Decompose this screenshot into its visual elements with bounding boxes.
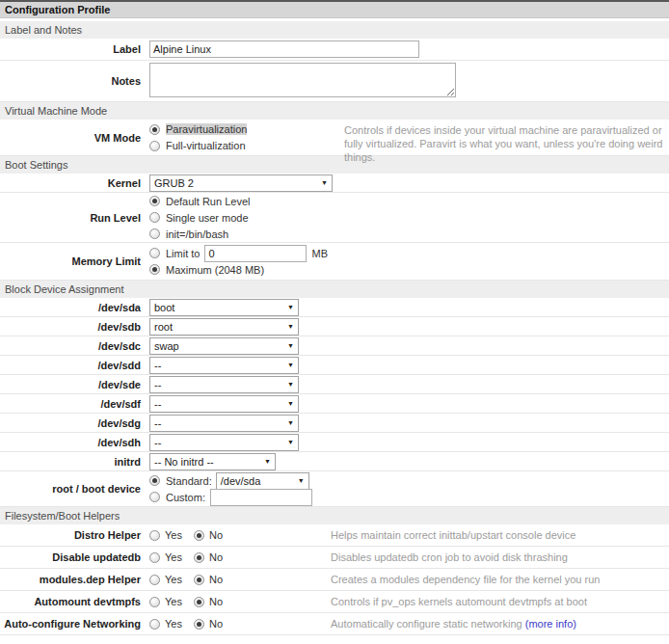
memory-limit-input[interactable] (204, 245, 307, 262)
custom-root-input[interactable] (210, 489, 312, 506)
dev-sda-select-value: boot (154, 302, 174, 313)
initrd-select[interactable]: -- No initrd -- ▼ (149, 453, 276, 470)
automount-devtmpfs-no-radio[interactable] (194, 597, 204, 607)
section-virtual-machine-mode: Virtual Machine Mode (0, 102, 669, 120)
full-virtualization-radio-label[interactable]: Full-virtualization (166, 140, 246, 151)
auto-configure-networking-yes-label[interactable]: Yes (165, 618, 182, 630)
auto-configure-networking-no-radio[interactable] (194, 619, 204, 630)
chevron-down-icon: ▼ (287, 439, 294, 445)
label-input[interactable] (149, 40, 419, 58)
dev-sdf-label: /dev/sdf (0, 398, 145, 410)
auto-configure-networking-no-label[interactable]: No (209, 618, 223, 630)
run-level-row: Run Level Default Run Level Single user … (0, 193, 669, 243)
notes-row: Notes (0, 61, 669, 102)
kernel-select[interactable]: GRUB 2 ▼ (149, 174, 333, 192)
distro-helper-label: Distro Helper (0, 529, 145, 541)
full-virtualization-radio[interactable] (149, 141, 160, 151)
dev-sdh-select[interactable]: -- ▼ (149, 434, 299, 451)
disable-updatedb-label: Disable updatedb (0, 551, 145, 563)
disable-updatedb-row: Disable updatedb Yes No Disables updated… (0, 547, 669, 569)
modules-dep-helper-label: modules.dep Helper (0, 574, 145, 585)
dev-sdd-select[interactable]: -- ▼ (149, 357, 299, 374)
dev-sdg-select[interactable]: -- ▼ (149, 415, 299, 432)
modules-dep-yes-radio[interactable] (149, 575, 160, 585)
automount-devtmpfs-yes-radio[interactable] (149, 597, 160, 607)
chevron-down-icon: ▼ (298, 477, 305, 484)
more-info-link[interactable]: (more info) (525, 618, 576, 630)
init-bin-bash-radio-label[interactable]: init=/bin/bash (166, 228, 228, 240)
auto-configure-networking-yes-radio[interactable] (149, 619, 160, 630)
init-bin-bash-radio[interactable] (149, 228, 160, 239)
dev-sdc-select[interactable]: swap ▼ (149, 337, 299, 355)
dev-sdg-label: /dev/sdg (0, 417, 145, 429)
kernel-select-value: GRUB 2 (154, 177, 194, 189)
section-label-and-notes: Label and Notes (0, 21, 669, 39)
single-user-mode-radio[interactable] (149, 212, 160, 223)
distro-helper-yes-label[interactable]: Yes (165, 529, 182, 541)
vm-mode-row: VM Mode Paravirtualization Full-virtuali… (0, 120, 669, 156)
memory-limit-row: Memory Limit Limit to MB Maximum (2048 M… (0, 243, 669, 281)
paravirtualization-radio-label[interactable]: Paravirtualization (166, 123, 247, 135)
dev-sdh-select-value: -- (154, 437, 161, 448)
disable-updatedb-no-label[interactable]: No (209, 551, 223, 563)
dev-sdc-label: /dev/sdc (0, 340, 145, 352)
maximum-memory-radio-label[interactable]: Maximum (2048 MB) (166, 264, 264, 276)
dev-sdb-select-value: root (154, 321, 173, 333)
dev-sdf-select-value: -- (154, 398, 161, 410)
chevron-down-icon: ▼ (321, 179, 328, 186)
chevron-down-icon: ▼ (264, 458, 271, 465)
standard-root-select[interactable]: /dev/sda ▼ (216, 472, 309, 490)
default-run-level-radio[interactable] (149, 196, 160, 206)
dev-sdg-row: /dev/sdg -- ▼ (0, 414, 669, 433)
run-level-label: Run Level (0, 212, 145, 224)
page-title: Configuration Profile (0, 0, 669, 18)
dev-sdb-row: /dev/sdb root ▼ (0, 317, 669, 336)
dev-sdf-select[interactable]: -- ▼ (149, 395, 299, 413)
automount-devtmpfs-yes-label[interactable]: Yes (165, 596, 182, 607)
disable-updatedb-help-text: Disables updatedb cron job to avoid disk… (331, 550, 663, 564)
standard-root-radio-label[interactable]: Standard: (166, 475, 212, 487)
distro-helper-no-radio[interactable] (194, 530, 204, 541)
custom-root-radio-label[interactable]: Custom: (166, 492, 205, 503)
label-row: Label (0, 39, 669, 61)
modules-dep-helper-row: modules.dep Helper Yes No Creates a modu… (0, 569, 669, 591)
standard-root-radio[interactable] (149, 475, 160, 486)
automount-devtmpfs-label: Automount devtmpfs (0, 596, 145, 607)
disable-updatedb-yes-label[interactable]: Yes (165, 551, 182, 563)
limit-to-radio[interactable] (149, 248, 160, 258)
disable-updatedb-yes-radio[interactable] (149, 552, 160, 563)
section-block-device-assignment: Block Device Assignment (0, 281, 669, 298)
single-user-mode-radio-label[interactable]: Single user mode (166, 212, 249, 224)
chevron-down-icon: ▼ (287, 419, 294, 426)
disable-updatedb-no-radio[interactable] (194, 552, 204, 563)
maximum-memory-radio[interactable] (149, 264, 160, 275)
dev-sda-select[interactable]: boot ▼ (149, 299, 299, 316)
dev-sdg-select-value: -- (154, 417, 161, 429)
modules-dep-yes-label[interactable]: Yes (165, 574, 182, 585)
label-field-label: Label (0, 43, 145, 55)
dev-sdc-select-value: swap (154, 340, 179, 352)
modules-dep-no-radio[interactable] (194, 575, 204, 585)
paravirtualization-radio[interactable] (149, 124, 160, 135)
modules-dep-no-label[interactable]: No (209, 574, 223, 585)
dev-sdh-label: /dev/sdh (0, 437, 145, 448)
section-filesystem-boot-helpers: Filesystem/Boot Helpers (0, 507, 669, 524)
chevron-down-icon: ▼ (287, 362, 294, 368)
chevron-down-icon: ▼ (287, 342, 294, 349)
root-boot-device-label: root / boot device (0, 483, 145, 495)
dev-sde-select[interactable]: -- ▼ (149, 376, 299, 393)
custom-root-radio[interactable] (149, 492, 160, 502)
limit-to-radio-label[interactable]: Limit to (166, 248, 200, 259)
auto-configure-networking-help-prefix: Automatically configure static networkin… (331, 618, 525, 630)
auto-configure-networking-help-text: Automatically configure static networkin… (331, 617, 663, 631)
dev-sde-label: /dev/sde (0, 379, 145, 390)
vm-mode-label: VM Mode (0, 132, 145, 144)
default-run-level-radio-label[interactable]: Default Run Level (166, 196, 250, 207)
automount-devtmpfs-no-label[interactable]: No (209, 596, 223, 607)
dev-sdb-select[interactable]: root ▼ (149, 318, 299, 335)
distro-helper-yes-radio[interactable] (149, 530, 160, 541)
distro-helper-row: Distro Helper Yes No Helps maintain corr… (0, 524, 669, 547)
notes-textarea[interactable] (149, 63, 456, 97)
standard-root-select-value: /dev/sda (221, 475, 261, 487)
distro-helper-no-label[interactable]: No (209, 529, 223, 541)
